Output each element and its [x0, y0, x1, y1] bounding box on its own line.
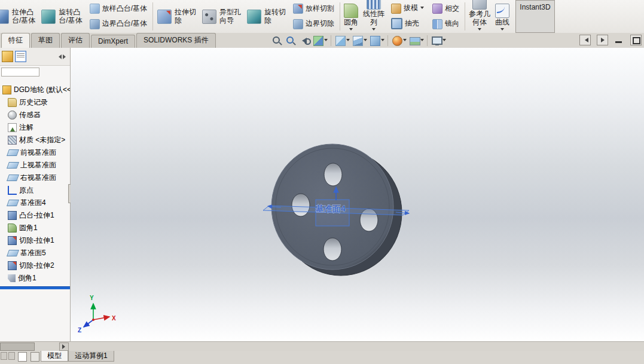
view-orientation-button[interactable] — [334, 34, 350, 47]
mirror-button[interactable]: 镜向 — [431, 19, 461, 30]
model-canvas[interactable]: 基准面4 Y X Z — [71, 48, 644, 342]
tree-item-part-root[interactable]: DGD地轮 (默认<< — [0, 84, 70, 96]
extrude-cut-button[interactable]: 拉伸切 除 — [154, 0, 199, 33]
tree-item-annotations[interactable]: 注解 — [0, 121, 70, 134]
tab-sketch[interactable]: 草图 — [31, 33, 60, 48]
tab-model[interactable]: 模型 — [41, 351, 68, 362]
intersect-button[interactable]: 相交 — [431, 3, 461, 14]
apply-scene-icon — [408, 35, 420, 47]
rollback-bar[interactable] — [0, 286, 70, 289]
fillet-label: 圆角 — [344, 19, 358, 27]
collapse-right-button[interactable] — [597, 35, 608, 45]
tab-motion-study[interactable]: 运动算例1 — [68, 351, 114, 362]
boundary-boss-label: 边界凸台/基体 — [102, 20, 147, 28]
feature-tree-tab-icon[interactable] — [2, 51, 13, 62]
view-orientation-icon — [334, 35, 346, 47]
shell-icon — [391, 18, 402, 29]
split-handle-icon[interactable] — [1, 352, 7, 360]
scroll-right-button[interactable] — [59, 342, 69, 351]
boss-stack: 放样凸台/基体 边界凸台/基体 — [86, 0, 151, 33]
chevron-down-icon — [500, 28, 504, 32]
linear-pattern-button[interactable]: 线性阵 列 — [361, 0, 387, 33]
split-handle-icon[interactable] — [8, 352, 15, 360]
fillet-button[interactable]: 圆角 — [341, 0, 361, 33]
loft-boss-label: 放样凸台/基体 — [102, 5, 147, 13]
reference-geometry-button[interactable]: 参考几 何体 — [466, 0, 493, 33]
curves-button[interactable]: 曲线 — [493, 0, 512, 33]
plane-icon — [7, 200, 19, 206]
tree-item-label: 上视基准面 — [20, 160, 56, 170]
hide-show-items-button[interactable] — [368, 34, 385, 47]
tab-evaluate[interactable]: 评估 — [61, 33, 90, 48]
loft-cut-icon — [293, 4, 303, 14]
tree-item-material[interactable]: 材质 <未指定> — [0, 134, 70, 146]
tree-item-sensors[interactable]: 传感器 — [0, 109, 70, 121]
apply-scene-button[interactable] — [408, 34, 425, 47]
feature-tree: DGD地轮 (默认<< 历史记录 传感器 注解 材质 <未指定> 前视基准面 — [0, 77, 70, 289]
draft-button[interactable]: 拔模 — [389, 3, 426, 14]
tree-item-chamfer1[interactable]: 倒角1 — [0, 272, 70, 285]
edit-appearance-icon — [391, 35, 403, 47]
extrude-boss-button[interactable]: 拉伸凸 台/基体 — [0, 0, 38, 33]
tree-item-plane5[interactable]: 基准面5 — [0, 247, 70, 259]
hole-bottom[interactable] — [323, 238, 341, 261]
tree-item-plane4[interactable]: 基准面4 — [0, 197, 70, 209]
tree-item-fillet1[interactable]: 圆角1 — [0, 222, 70, 234]
toolbar-separator — [387, 35, 388, 46]
revolve-cut-button[interactable]: 旋转切 除 — [244, 0, 289, 33]
boundary-cut-button[interactable]: 边界切除 — [291, 19, 336, 30]
shell-button[interactable]: 抽壳 — [389, 17, 426, 30]
boundary-boss-button[interactable]: 边界凸台/基体 — [88, 19, 149, 30]
display-pane-tab-icon[interactable] — [15, 51, 26, 62]
tree-item-label: 基准面5 — [20, 248, 46, 258]
tree-item-history[interactable]: 历史记录 — [0, 96, 70, 109]
graphics-viewport[interactable]: 基准面4 Y X Z — [71, 48, 644, 342]
revolve-cut-icon — [247, 10, 261, 24]
horizontal-scrollbar[interactable] — [0, 341, 644, 351]
tree-filter-box[interactable] — [1, 68, 39, 77]
tree-item-boss-extrude1[interactable]: 凸台-拉伸1 — [0, 209, 70, 222]
tab-features[interactable]: 特征 — [1, 33, 30, 48]
revolve-boss-button[interactable]: 旋转凸 台/基体 — [38, 0, 85, 33]
tree-item-cut-extrude1[interactable]: 切除-拉伸1 — [0, 234, 70, 247]
coordinate-triad: Y X Z — [78, 295, 116, 334]
heads-up-view-toolbar — [270, 34, 447, 47]
tree-item-front-plane[interactable]: 前视基准面 — [0, 146, 70, 159]
tree-item-right-plane[interactable]: 右视基准面 — [0, 172, 70, 184]
hole-left[interactable] — [292, 194, 310, 216]
minimize-icon[interactable] — [614, 35, 624, 45]
intersect-icon — [432, 4, 442, 14]
section-view-button[interactable] — [312, 34, 328, 47]
pane-scroll-arrows[interactable] — [56, 54, 68, 59]
tree-item-origin[interactable]: 原点 — [0, 184, 70, 197]
plane-icon — [7, 250, 19, 256]
history-folder-icon — [8, 98, 17, 107]
loft-boss-button[interactable]: 放样凸台/基体 — [88, 3, 149, 14]
tab-dimxpert[interactable]: DimXpert — [91, 35, 135, 48]
edit-appearance-button[interactable] — [390, 34, 407, 47]
tree-item-cut-extrude2[interactable]: 切除-拉伸2 — [0, 259, 70, 272]
revolve-boss-label: 旋转凸 台/基体 — [59, 8, 82, 25]
display-style-button[interactable] — [351, 34, 368, 47]
view-settings-button[interactable] — [430, 34, 447, 47]
previous-view-icon — [298, 35, 310, 47]
hole-top[interactable] — [324, 163, 342, 186]
scrollbar-thumb[interactable] — [0, 342, 35, 351]
loft-cut-button[interactable]: 放样切割 — [291, 3, 336, 14]
collapse-left-button[interactable] — [579, 35, 591, 45]
tree-item-top-plane[interactable]: 上视基准面 — [0, 159, 70, 172]
tab-addins[interactable]: SOLIDWORKS 插件 — [136, 33, 216, 48]
hide-show-items-icon — [369, 35, 381, 47]
restore-icon[interactable] — [630, 35, 642, 45]
reference-geometry-label: 参考几 何体 — [469, 10, 490, 27]
instant3d-toggle[interactable]: Instant3D — [515, 0, 555, 33]
annotations-icon — [8, 123, 17, 132]
zoom-area-button[interactable] — [284, 34, 297, 47]
tree-item-label: 圆角1 — [19, 223, 38, 233]
zoom-fit-icon — [271, 35, 283, 47]
linear-pattern-icon — [367, 0, 381, 10]
previous-view-button[interactable] — [298, 34, 311, 47]
extrude-boss-icon — [0, 10, 9, 24]
hole-wizard-button[interactable]: 异型孔 向导 — [199, 0, 244, 33]
zoom-fit-button[interactable] — [270, 34, 283, 47]
